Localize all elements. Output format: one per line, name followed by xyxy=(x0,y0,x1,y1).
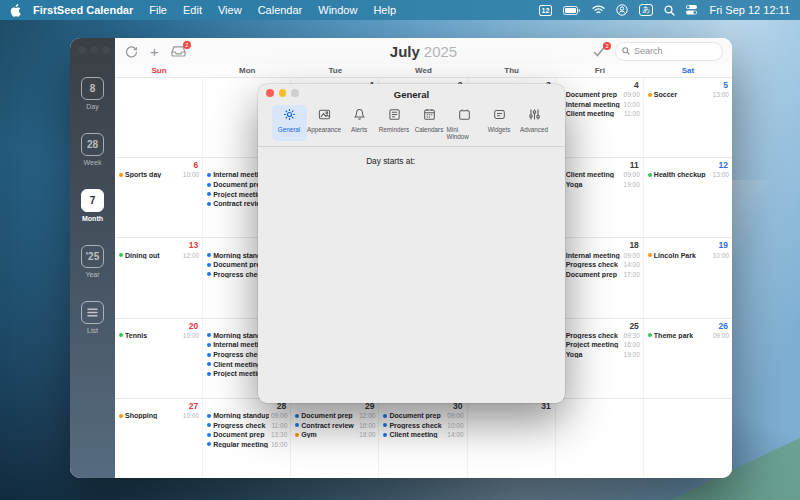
add-event-button[interactable]: + xyxy=(150,44,159,59)
calendar-cell[interactable] xyxy=(644,398,732,478)
event-item[interactable]: Document prep09:00 xyxy=(379,411,466,421)
event-dot-icon xyxy=(207,183,211,187)
event-item[interactable]: Morning standup09:00 xyxy=(203,411,290,421)
event-item[interactable]: Tennis10:00 xyxy=(115,331,202,341)
event-dot-icon xyxy=(119,333,123,337)
event-item[interactable]: Client meeting11:00 xyxy=(556,109,643,119)
event-item[interactable]: Theme park09:00 xyxy=(644,331,732,341)
event-item[interactable]: Lincoln Park10:00 xyxy=(644,250,732,260)
tab-alerts[interactable]: Alerts xyxy=(342,105,377,141)
menu-item-window[interactable]: Window xyxy=(318,4,357,16)
event-item[interactable]: Progress check14:00 xyxy=(556,260,643,270)
sync-icon[interactable] xyxy=(125,45,138,58)
calendar-cell[interactable]: 19Lincoln Park10:00 xyxy=(644,237,732,317)
event-item[interactable]: Project meeting16:00 xyxy=(556,340,643,350)
calendar-cell[interactable]: 26Theme park09:00 xyxy=(644,318,732,398)
tab-general[interactable]: General xyxy=(272,105,307,141)
event-item[interactable]: Gym18:00 xyxy=(291,430,378,440)
tab-label: Widgets xyxy=(488,126,511,133)
calendar-cell[interactable]: 18Internal meeting09:00Progress check14:… xyxy=(556,237,644,317)
calendar-cell[interactable]: 31 xyxy=(468,398,556,478)
dialog-minimize-button[interactable] xyxy=(279,89,287,97)
calendar-cell[interactable]: 5Soccer13:00 xyxy=(644,77,732,157)
sidebar-item-month[interactable]: 7Month xyxy=(81,189,104,222)
event-item[interactable]: Internal meeting10:00 xyxy=(556,100,643,110)
tab-appearance[interactable]: Appearance xyxy=(307,105,342,141)
menu-item-help[interactable]: Help xyxy=(373,4,396,16)
search-input[interactable]: Search xyxy=(616,43,722,60)
event-item[interactable]: Dining out12:00 xyxy=(115,250,202,260)
calendar-cell[interactable]: 6Sports day10:00 xyxy=(115,157,203,237)
calendar-cell[interactable]: 12Health checkup13:00 xyxy=(644,157,732,237)
calendar-cell[interactable]: 27Shopping10:00 xyxy=(115,398,203,478)
tab-reminders[interactable]: Reminders xyxy=(377,105,412,141)
close-button[interactable] xyxy=(78,46,86,54)
event-dot-icon xyxy=(207,272,211,276)
tab-mini-window[interactable]: Mini Window xyxy=(447,105,482,141)
calendar-cell[interactable]: 13Dining out12:00 xyxy=(115,237,203,317)
event-item[interactable]: Client meeting14:00 xyxy=(379,430,466,440)
event-item[interactable]: Shopping10:00 xyxy=(115,411,202,421)
tasks-done-icon[interactable]: 2 xyxy=(593,46,606,57)
event-item[interactable]: Progress check11:00 xyxy=(203,420,290,430)
menu-item-edit[interactable]: Edit xyxy=(183,4,202,16)
sidebar-item-list[interactable]: List xyxy=(81,301,104,334)
event-item[interactable]: Document prep13:30 xyxy=(203,430,290,440)
control-center-icon[interactable] xyxy=(686,5,698,15)
sidebar-item-day[interactable]: 8Day xyxy=(81,77,104,110)
date-label xyxy=(556,399,643,411)
dialog-close-button[interactable] xyxy=(266,89,274,97)
zoom-button[interactable] xyxy=(102,46,110,54)
sidebar-item-year[interactable]: '25Year xyxy=(81,245,104,278)
event-item[interactable]: Yoga19:00 xyxy=(556,350,643,360)
inbox-icon[interactable]: 2 xyxy=(171,45,186,57)
event-item[interactable]: Internal meeting09:00 xyxy=(556,250,643,260)
calendar-cell[interactable]: 28Morning standup09:00Progress check11:0… xyxy=(203,398,291,478)
event-item[interactable]: Document prep12:00 xyxy=(291,411,378,421)
apple-menu-icon[interactable] xyxy=(10,4,21,17)
tab-calendars[interactable]: Calendars xyxy=(412,105,447,141)
input-method-icon[interactable]: あ xyxy=(639,4,653,16)
event-item[interactable]: Soccer13:00 xyxy=(644,90,732,100)
calendar-cell[interactable]: 4Document prep09:00Internal meeting10:00… xyxy=(556,77,644,157)
event-item[interactable]: Sports day10:00 xyxy=(115,170,202,180)
event-item[interactable]: Yoga19:00 xyxy=(556,180,643,190)
calendar-cell[interactable] xyxy=(115,77,203,157)
event-time: 11:00 xyxy=(271,422,287,429)
calendar-cell[interactable]: 25Progress check09:30Project meeting16:0… xyxy=(556,318,644,398)
event-dot-icon xyxy=(207,362,211,366)
event-item[interactable]: Document prep17:00 xyxy=(556,270,643,280)
event-dot-icon xyxy=(119,414,123,418)
tab-widgets[interactable]: Widgets xyxy=(482,105,517,141)
menu-item-file[interactable]: File xyxy=(149,4,167,16)
event-item[interactable]: Progress check09:30 xyxy=(556,331,643,341)
menu-item-view[interactable]: View xyxy=(218,4,242,16)
wifi-icon[interactable] xyxy=(592,5,605,15)
appearance-icon xyxy=(318,107,331,125)
spotlight-search-icon[interactable] xyxy=(664,5,675,16)
calendar-cell[interactable]: 20Tennis10:00 xyxy=(115,318,203,398)
status-calendar-icon[interactable]: 12 xyxy=(539,5,553,16)
event-item[interactable]: Document prep09:00 xyxy=(556,90,643,100)
calendar-cell[interactable]: 11Client meeting09:00Yoga19:00 xyxy=(556,157,644,237)
window-toolbar: + 2 July2025 2 Search xyxy=(115,38,732,64)
calendar-cell[interactable]: 29Document prep12:00Contract review16:00… xyxy=(291,398,379,478)
minimize-button[interactable] xyxy=(90,46,98,54)
app-name[interactable]: FirstSeed Calendar xyxy=(33,4,133,16)
menu-bar-clock[interactable]: Fri Sep 12 12:11 xyxy=(709,4,790,16)
calendar-cell[interactable]: 30Document prep09:00Progress check10:00C… xyxy=(379,398,467,478)
tab-advanced[interactable]: Advanced xyxy=(517,105,552,141)
event-item[interactable]: Contract review16:00 xyxy=(291,420,378,430)
event-item[interactable]: Regular meeting16:00 xyxy=(203,440,290,450)
event-item[interactable]: Progress check10:00 xyxy=(379,420,466,430)
form-row: Day starts at: xyxy=(275,154,548,168)
battery-icon[interactable] xyxy=(563,6,581,15)
user-account-icon[interactable] xyxy=(616,4,628,16)
calendar-cell[interactable] xyxy=(556,398,644,478)
event-item[interactable]: Health checkup13:00 xyxy=(644,170,732,180)
menu-item-calendar[interactable]: Calendar xyxy=(258,4,303,16)
window-traffic-lights[interactable] xyxy=(70,46,110,54)
event-item[interactable]: Client meeting09:00 xyxy=(556,170,643,180)
event-dot-icon xyxy=(295,433,299,437)
sidebar-item-week[interactable]: 28Week xyxy=(81,133,104,166)
